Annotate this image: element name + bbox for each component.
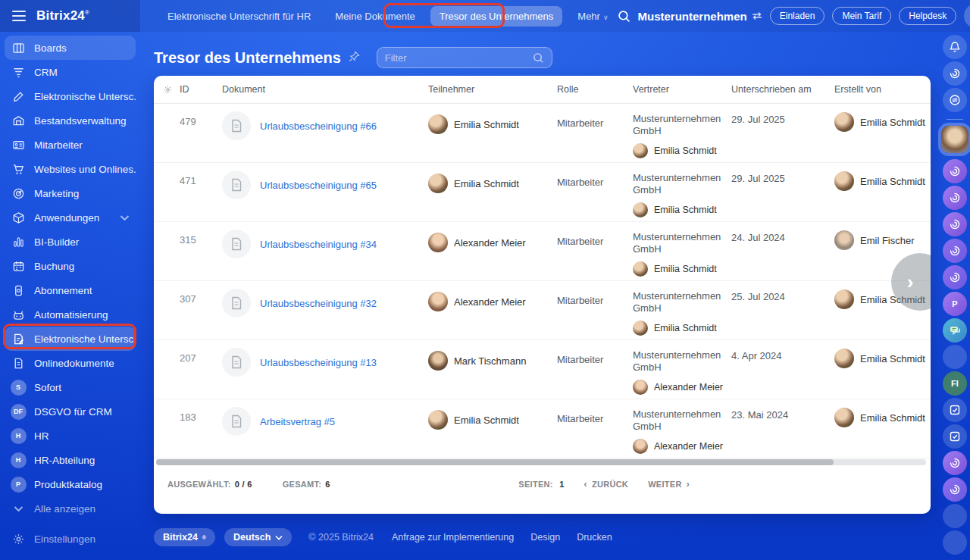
user-avatar[interactable] <box>941 126 968 153</box>
sidebar-item-bestandsverwaltung[interactable]: Bestandsverwaltung <box>5 108 136 133</box>
table-settings-gear-icon[interactable] <box>163 85 180 95</box>
channel-swirl-icon[interactable] <box>943 159 967 183</box>
search-icon[interactable] <box>618 10 630 23</box>
my-plan-button[interactable]: Mein Tarif <box>832 7 891 25</box>
sidebar-item-einstellungen[interactable]: Einstellungen <box>5 527 136 551</box>
participant-avatar[interactable] <box>428 114 448 134</box>
participant-avatar[interactable] <box>428 233 448 252</box>
notifications-bell-icon[interactable] <box>943 35 967 59</box>
footer-link-implementierung[interactable]: Anfrage zur Implementierung <box>392 532 514 543</box>
table-row[interactable]: 183 Arbeitsvertrag #5 Emilia Schmidt Mit… <box>154 399 931 458</box>
sidebar-item-alle-anzeigen[interactable]: Alle anzeigen <box>5 496 136 521</box>
sidebar-item-buchung[interactable]: Buchung <box>5 254 136 278</box>
copilot-swirl-icon[interactable] <box>943 61 967 86</box>
chat-fi-badge[interactable]: FI <box>943 371 967 396</box>
creator-avatar[interactable] <box>834 230 854 250</box>
horizontal-scrollbar[interactable] <box>156 459 926 465</box>
creator-avatar[interactable] <box>834 112 854 132</box>
creator-avatar[interactable] <box>834 289 854 309</box>
table-row[interactable]: 207 Urlaubsbescheinigung #13 Mark Tischm… <box>154 340 931 399</box>
sidebar-item-produktkatalog[interactable]: PProduktkatalog <box>5 472 136 496</box>
task-check-icon[interactable] <box>943 398 967 422</box>
next-page-button[interactable]: WEITER › <box>648 479 690 490</box>
creator-avatar[interactable] <box>834 408 854 427</box>
sidebar-item-boards[interactable]: Boards <box>5 36 136 60</box>
sidebar-item-hr[interactable]: HHR <box>5 424 136 448</box>
pin-icon[interactable] <box>349 51 360 65</box>
sidebar-item-abonnement[interactable]: Abonnement <box>5 278 136 302</box>
sidebar-item-onlinedokumente[interactable]: Onlinedokumente <box>5 351 136 375</box>
table-row[interactable]: 307 Urlaubsbescheinigung #32 Alexander M… <box>154 281 931 340</box>
task-check-icon[interactable] <box>943 424 967 449</box>
sidebar-item-elektronische-untersc[interactable]: Elektronische Untersc... <box>5 84 136 108</box>
document-link[interactable]: Urlaubsbescheinigung #66 <box>260 120 377 132</box>
representative-avatar[interactable] <box>633 261 648 277</box>
sidebar-item-elektronische-untersc[interactable]: Elektronische Untersc... <box>5 327 136 351</box>
representative-avatar[interactable] <box>633 202 648 217</box>
sidebar-item-websites-und-onlines[interactable]: Websites und Onlines... <box>5 157 136 181</box>
representative-avatar[interactable] <box>633 439 648 454</box>
sidebar-item-automatisierung[interactable]: Automatisierung <box>5 302 136 327</box>
creator-avatar[interactable] <box>834 349 854 368</box>
top-nav-tab-3[interactable]: Mehr∨ <box>568 6 617 27</box>
column-header-id[interactable]: ID <box>180 84 222 95</box>
helpdesk-button[interactable]: Helpdesk <box>899 7 956 25</box>
top-nav-tab-0[interactable]: Elektronische Unterschrift für HR <box>158 6 320 27</box>
sidebar-item-sofort[interactable]: SSofort <box>5 375 136 399</box>
search-icon[interactable] <box>533 52 544 64</box>
participant-avatar[interactable] <box>428 410 448 430</box>
language-selector[interactable]: Deutsch <box>224 528 292 546</box>
channel-swirl-icon[interactable] <box>943 477 967 502</box>
scrollbar-thumb[interactable] <box>156 459 834 465</box>
participant-avatar[interactable] <box>428 351 448 371</box>
messenger-icon[interactable] <box>943 88 967 112</box>
channel-swirl-icon[interactable] <box>943 451 967 475</box>
column-header-dokument[interactable]: Dokument <box>222 84 428 95</box>
chat-p-badge[interactable]: P <box>943 292 967 316</box>
table-row[interactable]: 479 Urlaubsbescheinigung #66 Emilia Schm… <box>154 104 931 163</box>
document-link[interactable]: Urlaubsbescheinigung #65 <box>260 180 377 191</box>
photo-chat-avatar[interactable] <box>943 504 967 528</box>
footer-link-drucken[interactable]: Drucken <box>577 532 612 543</box>
column-header-rolle[interactable]: Rolle <box>557 84 633 95</box>
sidebar-item-crm[interactable]: CRM <box>5 60 136 84</box>
sidebar-item-dsgvo-f-r-crm[interactable]: DFDSGVO für CRM <box>5 399 136 424</box>
representative-avatar[interactable] <box>633 321 648 336</box>
channel-swirl-icon[interactable] <box>943 212 967 236</box>
participant-avatar[interactable] <box>428 174 448 193</box>
sidebar-item-bi-builder[interactable]: BI-Builder <box>5 230 136 254</box>
channel-swirl-icon[interactable] <box>943 186 967 210</box>
document-link[interactable]: Urlaubsbescheinigung #32 <box>260 298 377 309</box>
representative-avatar[interactable] <box>633 380 648 395</box>
column-header-vertreter[interactable]: Vertreter <box>633 84 731 95</box>
table-row[interactable]: 315 Urlaubsbescheinigung #34 Alexander M… <box>154 222 931 281</box>
representative-avatar[interactable] <box>633 143 648 158</box>
group-chat-avatar[interactable] <box>943 345 967 369</box>
footer-link-design[interactable]: Design <box>530 532 560 543</box>
invite-button[interactable]: Einladen <box>770 7 825 25</box>
menu-hamburger-icon[interactable] <box>12 11 26 21</box>
filter-input[interactable] <box>385 52 527 64</box>
top-nav-tab-1[interactable]: Meine Dokumente <box>326 6 424 27</box>
column-header-erstellt-von[interactable]: Erstellt von <box>834 84 931 95</box>
chat-lines-icon[interactable] <box>943 318 967 343</box>
document-link[interactable]: Arbeitsvertrag #5 <box>260 416 335 427</box>
prev-page-button[interactable]: ‹ ZURÜCK <box>584 479 629 490</box>
channel-swirl-icon[interactable] <box>943 265 967 289</box>
time-tracker[interactable]: 07:34 <box>964 4 970 28</box>
sidebar-item-hr-abteilung[interactable]: HHR-Abteilung <box>5 448 136 472</box>
sidebar-item-marketing[interactable]: Marketing <box>5 181 136 205</box>
document-link[interactable]: Urlaubsbescheinigung #34 <box>260 239 377 250</box>
column-header-unterschrieben-am[interactable]: Unterschrieben am <box>731 84 834 95</box>
table-row[interactable]: 471 Urlaubsbescheinigung #65 Emilia Schm… <box>154 163 931 222</box>
channel-swirl-icon[interactable] <box>943 239 967 263</box>
column-header-teilnehmer[interactable]: Teilnehmer <box>428 84 557 95</box>
filter-search-box[interactable] <box>377 47 552 68</box>
photo-chat-avatar[interactable] <box>943 530 967 555</box>
top-nav-tab-2[interactable]: Tresor des Unternehmens <box>430 6 563 27</box>
bitrix24-footer-badge[interactable]: Bitrix24® <box>154 528 215 546</box>
creator-avatar[interactable] <box>834 171 854 191</box>
sidebar-item-anwendungen[interactable]: Anwendungen <box>5 205 136 230</box>
document-link[interactable]: Urlaubsbescheinigung #13 <box>260 357 377 368</box>
sidebar-item-mitarbeiter[interactable]: Mitarbeiter <box>5 133 136 157</box>
